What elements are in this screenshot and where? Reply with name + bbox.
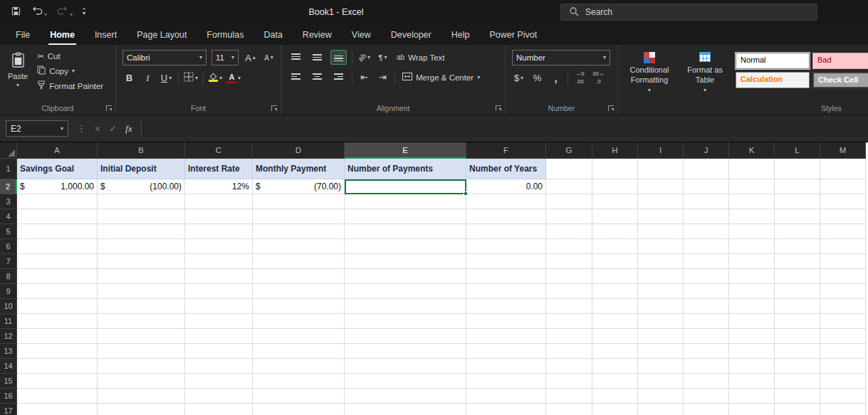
cell-I8[interactable] bbox=[638, 269, 684, 284]
cell-J10[interactable] bbox=[684, 299, 729, 314]
cell-L13[interactable] bbox=[775, 344, 820, 359]
row-header-8[interactable]: 8 bbox=[0, 269, 17, 284]
cell-L10[interactable] bbox=[775, 299, 820, 314]
cell-D14[interactable] bbox=[253, 359, 345, 374]
cell-K1[interactable] bbox=[729, 159, 775, 179]
wrap-text-button[interactable]: ab Wrap Text bbox=[394, 52, 446, 63]
number-dialog-launcher[interactable] bbox=[608, 105, 614, 111]
cell-K9[interactable] bbox=[729, 284, 775, 299]
row-header-16[interactable]: 16 bbox=[0, 389, 17, 404]
cell-F9[interactable] bbox=[466, 284, 546, 299]
tab-power-pivot[interactable]: Power Pivot bbox=[479, 24, 547, 45]
italic-button[interactable]: I bbox=[141, 70, 155, 85]
cell-E1[interactable]: Number of Payments bbox=[345, 159, 466, 179]
cell-C4[interactable] bbox=[185, 209, 253, 224]
font-name-select[interactable]: Calibri ▾ bbox=[122, 50, 206, 65]
cell-H10[interactable] bbox=[592, 299, 638, 314]
clipboard-dialog-launcher[interactable] bbox=[106, 105, 112, 111]
cell-D11[interactable] bbox=[253, 314, 345, 329]
orientation-button[interactable]: ab ▾ bbox=[357, 50, 371, 65]
cell-M11[interactable] bbox=[820, 314, 866, 329]
column-header-K[interactable]: K bbox=[729, 142, 775, 159]
cell-C2[interactable]: 12% bbox=[185, 179, 253, 194]
cell-G3[interactable] bbox=[546, 194, 592, 209]
cell-F14[interactable] bbox=[466, 359, 546, 374]
cell-L1[interactable] bbox=[775, 159, 820, 179]
row-header-17[interactable]: 17 bbox=[0, 404, 17, 415]
font-color-button[interactable]: A ▾ bbox=[227, 70, 241, 85]
column-header-M[interactable]: M bbox=[820, 142, 866, 159]
customize-quick-access-button[interactable]: ▾ bbox=[80, 6, 88, 19]
cell-I13[interactable] bbox=[638, 344, 684, 359]
cell-E8[interactable] bbox=[345, 269, 466, 284]
tab-insert[interactable]: Insert bbox=[85, 24, 127, 45]
cell-H4[interactable] bbox=[592, 209, 638, 224]
cell-C14[interactable] bbox=[185, 359, 253, 374]
cell-C13[interactable] bbox=[185, 344, 253, 359]
tab-page-layout[interactable]: Page Layout bbox=[127, 24, 197, 45]
cell-J2[interactable] bbox=[684, 179, 729, 194]
cell-H17[interactable] bbox=[592, 404, 638, 415]
cell-H13[interactable] bbox=[592, 344, 638, 359]
cell-G9[interactable] bbox=[546, 284, 592, 299]
paste-button[interactable]: Paste ▾ bbox=[6, 50, 29, 102]
cell-E16[interactable] bbox=[345, 389, 466, 404]
cell-G1[interactable] bbox=[546, 159, 592, 179]
cell-A10[interactable] bbox=[17, 299, 98, 314]
cell-A16[interactable] bbox=[17, 389, 98, 404]
cell-J11[interactable] bbox=[684, 314, 729, 329]
cell-B2[interactable]: $(100.00) bbox=[98, 179, 185, 194]
cell-M16[interactable] bbox=[820, 389, 866, 404]
cell-G4[interactable] bbox=[546, 209, 592, 224]
number-format-select[interactable]: Number ▾ bbox=[512, 50, 610, 65]
middle-align-button[interactable] bbox=[309, 50, 325, 65]
cell-A17[interactable] bbox=[17, 404, 98, 415]
column-header-F[interactable]: F bbox=[466, 142, 546, 159]
cell-E2[interactable] bbox=[345, 179, 466, 194]
cell-H12[interactable] bbox=[592, 329, 638, 344]
cell-L2[interactable] bbox=[775, 179, 820, 194]
cell-I10[interactable] bbox=[638, 299, 684, 314]
cell-D5[interactable] bbox=[253, 224, 345, 239]
borders-button[interactable]: ▾ bbox=[184, 70, 198, 85]
percent-style-button[interactable]: % bbox=[530, 70, 544, 85]
cell-E15[interactable] bbox=[345, 374, 466, 389]
cell-A8[interactable] bbox=[17, 269, 98, 284]
cell-H15[interactable] bbox=[592, 374, 638, 389]
cell-F11[interactable] bbox=[466, 314, 546, 329]
row-header-2[interactable]: 2 bbox=[0, 179, 17, 194]
row-header-1[interactable]: 1 bbox=[0, 159, 17, 179]
row-header-10[interactable]: 10 bbox=[0, 299, 17, 314]
cell-A4[interactable] bbox=[17, 209, 98, 224]
cell-H7[interactable] bbox=[592, 254, 638, 269]
row-header-5[interactable]: 5 bbox=[0, 224, 17, 239]
redo-button[interactable]: ▾ bbox=[55, 4, 75, 20]
cell-E5[interactable] bbox=[345, 224, 466, 239]
row-header-4[interactable]: 4 bbox=[0, 209, 17, 224]
cell-style-normal[interactable]: Normal bbox=[736, 53, 810, 69]
cell-I1[interactable] bbox=[638, 159, 684, 179]
cell-G12[interactable] bbox=[546, 329, 592, 344]
cell-F5[interactable] bbox=[466, 224, 546, 239]
cell-C1[interactable]: Interest Rate bbox=[185, 159, 253, 179]
cell-B7[interactable] bbox=[98, 254, 185, 269]
cell-F15[interactable] bbox=[466, 374, 546, 389]
cell-H5[interactable] bbox=[592, 224, 638, 239]
column-header-A[interactable]: A bbox=[17, 142, 98, 159]
cell-M8[interactable] bbox=[820, 269, 866, 284]
cell-G8[interactable] bbox=[546, 269, 592, 284]
column-header-L[interactable]: L bbox=[775, 142, 820, 159]
cell-F17[interactable] bbox=[466, 404, 546, 415]
cancel-icon[interactable]: × bbox=[95, 123, 100, 135]
cell-K6[interactable] bbox=[729, 239, 775, 254]
cell-D2[interactable]: $(70.00) bbox=[253, 179, 345, 194]
cell-K14[interactable] bbox=[729, 359, 775, 374]
bottom-align-button[interactable] bbox=[330, 50, 347, 65]
cell-A12[interactable] bbox=[17, 329, 98, 344]
cell-M14[interactable] bbox=[820, 359, 866, 374]
increase-decimal-button[interactable]: ←0 .00 bbox=[573, 70, 587, 85]
tab-developer[interactable]: Developer bbox=[381, 24, 441, 45]
row-header-9[interactable]: 9 bbox=[0, 284, 17, 299]
cell-B3[interactable] bbox=[98, 194, 185, 209]
cell-L15[interactable] bbox=[775, 374, 820, 389]
